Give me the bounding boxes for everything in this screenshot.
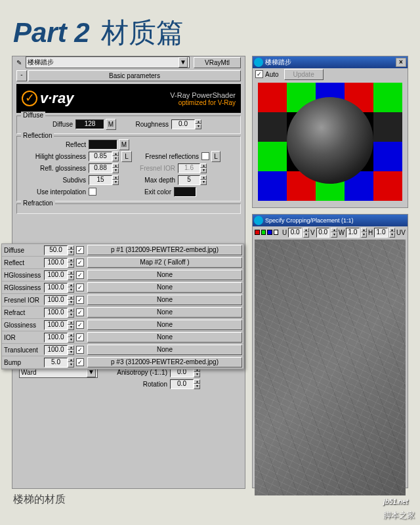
map-spinner[interactable]: ▴▾ (68, 358, 74, 368)
map-amount-input[interactable]: 5.0 (44, 358, 68, 368)
w-input[interactable]: 1.0 (346, 228, 360, 238)
close-icon[interactable]: × (396, 58, 406, 67)
rotation-input[interactable]: 0.0 (170, 379, 194, 389)
map-spinner[interactable]: ▴▾ (68, 308, 74, 318)
hilight-gloss-input[interactable]: 0.85 (89, 152, 112, 161)
reflect-map-button[interactable]: M (119, 139, 129, 150)
map-slot-button[interactable]: None (87, 282, 242, 293)
subdivs-input[interactable]: 15 (89, 175, 112, 185)
map-slot-button[interactable]: Map #2 ( Falloff ) (87, 257, 242, 268)
h-label: H (368, 229, 373, 236)
rotation-label: Rotation (98, 381, 170, 388)
pick-icon[interactable]: ✎ (16, 59, 22, 66)
map-name: Diffuse (2, 247, 44, 254)
fior-spinner[interactable]: ▴▾ (200, 163, 207, 173)
map-row: HGlossiness 100.0 ▴▾ ✓ None (2, 269, 243, 282)
map-amount-input[interactable]: 100.0 (44, 308, 68, 318)
map-amount-input[interactable]: 100.0 (44, 320, 68, 330)
map-spinner[interactable]: ▴▾ (68, 270, 74, 280)
r-icon[interactable] (255, 230, 260, 235)
roughness-spinner[interactable]: ▴▾ (195, 119, 201, 129)
v-input[interactable]: 0.0 (316, 228, 330, 238)
map-spinner[interactable]: ▴▾ (68, 258, 74, 268)
map-enable-checkbox[interactable]: ✓ (76, 346, 84, 354)
map-enable-checkbox[interactable]: ✓ (76, 259, 84, 266)
map-enable-checkbox[interactable]: ✓ (76, 284, 84, 291)
u-input[interactable]: 0.0 (288, 228, 302, 238)
map-slot-button[interactable]: None (87, 332, 242, 343)
lock-button[interactable]: L (121, 151, 132, 162)
diffuse-color[interactable]: 128 (75, 119, 104, 129)
useinterp-checkbox[interactable] (89, 188, 96, 196)
hg-spinner[interactable]: ▴▾ (112, 152, 119, 161)
texture-preview[interactable] (255, 240, 406, 495)
material-type-button[interactable]: VRayMtl (194, 57, 241, 68)
map-slot-button[interactable]: None (87, 320, 242, 330)
collapse-icon[interactable]: - (16, 70, 27, 81)
crop-titlebar[interactable]: Specify Cropping/Placement (1:1) (253, 215, 408, 226)
map-spinner[interactable]: ▴▾ (68, 333, 74, 343)
material-name-dropdown[interactable]: 楼梯踏步 ▼ (26, 56, 190, 68)
maxdepth-input[interactable]: 5 (178, 175, 200, 185)
a-icon[interactable] (274, 230, 279, 235)
h-input[interactable]: 1.0 (374, 228, 388, 238)
diffuse-map-button[interactable]: M (106, 119, 116, 130)
map-enable-checkbox[interactable]: ✓ (76, 271, 84, 279)
map-spinner[interactable]: ▴▾ (68, 320, 74, 330)
map-slot-button[interactable]: p #3 (312009-PEWTER2-embed.jpg) (87, 357, 242, 368)
reflect-color[interactable] (89, 140, 117, 150)
map-slot-button[interactable]: p #1 (312009-PEWTER2-embed.jpg) (87, 245, 242, 255)
page-title: Part 2 材质篇 (13, 14, 184, 51)
map-name: Fresnel IOR (2, 297, 44, 304)
map-amount-input[interactable]: 50.0 (44, 245, 68, 255)
rg-spinner[interactable]: ▴▾ (112, 163, 119, 173)
uv-label: UV (396, 229, 406, 236)
fresnel-ior-input[interactable]: 1.6 (178, 163, 200, 173)
md-spinner[interactable]: ▴▾ (200, 175, 207, 185)
map-amount-input[interactable]: 100.0 (44, 345, 68, 355)
map-slot-button[interactable]: None (87, 270, 242, 280)
sub-spinner[interactable]: ▴▾ (112, 175, 119, 185)
refl-gloss-input[interactable]: 0.88 (89, 163, 112, 173)
map-amount-input[interactable]: 100.0 (44, 283, 68, 293)
map-slot-button[interactable]: None (87, 307, 242, 318)
g-icon[interactable] (261, 230, 266, 235)
subdivs-label: Subdivs (20, 177, 89, 184)
map-enable-checkbox[interactable]: ✓ (76, 358, 84, 366)
map-row: Fresnel IOR 100.0 ▴▾ ✓ None (2, 294, 243, 306)
map-enable-checkbox[interactable]: ✓ (76, 308, 84, 316)
map-row: RGlossiness 100.0 ▴▾ ✓ None (2, 282, 243, 294)
fresnel-checkbox[interactable] (201, 152, 209, 160)
update-button[interactable]: Update (284, 69, 324, 80)
refraction-group: Refraction (16, 203, 241, 214)
map-name: Refract (2, 309, 44, 316)
map-name: Reflect (2, 259, 44, 266)
crop-window: Specify Cropping/Placement (1:1) U0.0▴▾ … (252, 214, 408, 488)
map-spinner[interactable]: ▴▾ (68, 245, 74, 255)
rot-spinner[interactable]: ▴▾ (194, 379, 200, 389)
map-amount-input[interactable]: 100.0 (44, 258, 68, 268)
roughness-input[interactable]: 0.0 (171, 119, 195, 129)
b-icon[interactable] (267, 230, 272, 235)
vray-logo-text: v·ray (40, 90, 74, 107)
map-enable-checkbox[interactable]: ✓ (76, 246, 84, 254)
map-name: Translucent (2, 346, 44, 354)
crop-title: Specify Cropping/Placement (1:1) (265, 217, 354, 224)
map-amount-input[interactable]: 100.0 (44, 333, 68, 343)
fresnel-lock[interactable]: L (211, 151, 220, 162)
map-enable-checkbox[interactable]: ✓ (76, 333, 84, 341)
preview-titlebar[interactable]: 楼梯踏步 × (253, 56, 408, 68)
auto-checkbox[interactable]: ✓ (255, 70, 263, 78)
preview-title: 楼梯踏步 (265, 58, 291, 67)
map-spinner[interactable]: ▴▾ (68, 283, 74, 293)
map-spinner[interactable]: ▴▾ (68, 345, 74, 355)
map-enable-checkbox[interactable]: ✓ (76, 296, 84, 304)
map-amount-input[interactable]: 100.0 (44, 295, 68, 305)
exitcolor-swatch[interactable] (174, 187, 196, 197)
map-spinner[interactable]: ▴▾ (68, 295, 74, 305)
map-slot-button[interactable]: None (87, 345, 242, 355)
map-amount-input[interactable]: 100.0 (44, 270, 68, 280)
map-slot-button[interactable]: None (87, 295, 242, 305)
basic-params-header[interactable]: - Basic parameters (16, 70, 241, 81)
map-enable-checkbox[interactable]: ✓ (76, 321, 84, 329)
